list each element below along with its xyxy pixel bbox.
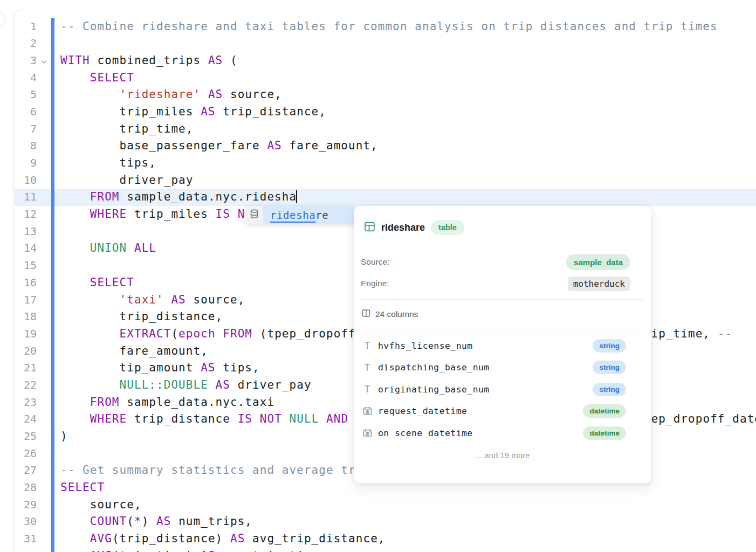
table-title: rideshare [381, 222, 425, 233]
code-line[interactable]: 1-- Combine rideshare and taxi tables fo… [13, 18, 756, 36]
text-icon: T [362, 384, 373, 395]
code-text: 'rideshare' AS source, [13, 86, 756, 104]
code-text: AVG(trip_time) AS avg_trip_time, [13, 548, 756, 552]
code-text: AVG(trip_distance) AS avg_trip_distance, [13, 530, 756, 548]
code-text: SELECT [13, 70, 756, 87]
source-label: Source: [361, 257, 389, 267]
code-text: source, [13, 496, 756, 514]
line-number: 20 [13, 343, 37, 360]
blue-change-bar [51, 18, 54, 552]
line-number: 14 [13, 240, 37, 257]
line-number: 15 [13, 257, 37, 274]
line-number: 32 [13, 548, 37, 552]
code-text: tips, [13, 155, 756, 172]
type-badge: string [593, 361, 626, 374]
autocomplete-icon-cell [245, 206, 263, 224]
database-icon [250, 209, 258, 221]
line-number: 19 [13, 326, 37, 343]
column-row: on_scene_datetimedatetime [362, 422, 626, 444]
table-icon [364, 221, 375, 234]
code-line[interactable]: 7 trip_time, [13, 121, 756, 138]
engine-value-badge: motherduck [568, 277, 630, 291]
code-line[interactable]: 5 'rideshare' AS source, [13, 86, 756, 104]
line-number: 4 [13, 70, 37, 87]
line-number: 25 [13, 428, 37, 445]
line-number: 31 [13, 530, 37, 548]
autocomplete-popup: rideshare [245, 206, 356, 224]
code-line[interactable]: 11 FROM sample_data.nyc.ridesha [13, 189, 756, 206]
autocomplete-match-text: ridesha [270, 209, 315, 221]
line-number: 12 [13, 206, 37, 223]
engine-row: Engine: motherduck [354, 275, 651, 292]
fold-chevron-icon[interactable] [40, 53, 50, 70]
engine-label: Engine: [361, 279, 389, 288]
code-line[interactable]: 6 trip_miles AS trip_distance, [13, 104, 756, 121]
autocomplete-rest-text: re [315, 209, 328, 221]
code-line[interactable]: 3WITH combined_trips AS ( [13, 52, 756, 70]
text-icon: T [362, 340, 373, 351]
card-header: rideshare table [354, 206, 651, 246]
line-number: 6 [13, 104, 37, 121]
calendar-clock-icon [362, 429, 373, 438]
line-number: 23 [13, 394, 37, 411]
type-badge: datetime [583, 404, 626, 418]
autocomplete-item[interactable]: rideshare [263, 206, 356, 224]
column-name: hvfhs_license_num [378, 341, 593, 351]
code-text: base_passenger_fare AS fare_amount, [13, 137, 756, 155]
code-text: -- Combine rideshare and taxi tables for… [13, 18, 756, 36]
type-badge: datetime [583, 426, 626, 440]
column-row: request_datetimedatetime [362, 401, 626, 423]
column-name: originating_base_num [378, 384, 593, 395]
code-text: FROM sample_data.nyc.ridesha [13, 189, 756, 206]
calendar-clock-icon [362, 406, 373, 416]
code-line[interactable]: 4 SELECT [13, 70, 756, 87]
line-number: 22 [13, 377, 37, 394]
code-line[interactable]: 9 tips, [13, 155, 756, 172]
panel-corner-circle [0, 11, 5, 27]
code-text: trip_time, [13, 121, 756, 138]
type-badge: string [593, 339, 626, 353]
line-number: 16 [13, 274, 37, 292]
line-number: 7 [13, 121, 37, 138]
column-row: Toriginating_base_numstring [362, 378, 626, 401]
code-line[interactable]: 29 source, [13, 496, 756, 514]
line-number: 17 [13, 292, 37, 309]
code-line[interactable]: 8 base_passenger_fare AS fare_amount, [13, 137, 756, 155]
line-number: 24 [13, 411, 37, 428]
table-type-badge: table [431, 220, 464, 235]
line-number: 5 [13, 86, 37, 104]
more-columns-text: ... and 19 more [354, 446, 651, 460]
column-name: on_scene_datetime [378, 428, 583, 438]
column-name: dispatching_base_num [378, 362, 593, 372]
card-meta: Source: sample_data Engine: motherduck [354, 246, 651, 299]
source-row: Source: sample_data [354, 254, 651, 270]
columns-count: 24 columns [375, 309, 418, 319]
code-line[interactable]: 10 driver_pay [13, 172, 756, 189]
line-number: 28 [13, 479, 37, 496]
text-icon: T [362, 362, 373, 373]
line-number: 11 [13, 189, 37, 206]
line-number: 9 [13, 155, 37, 172]
line-number: 27 [13, 462, 37, 479]
line-number: 29 [13, 496, 37, 514]
column-row: Tdispatching_base_numstring [362, 357, 626, 379]
line-number: 3 [13, 52, 37, 70]
columns-count-row: 24 columns [354, 300, 651, 329]
code-line[interactable]: 31 AVG(trip_distance) AS avg_trip_distan… [13, 530, 756, 548]
code-text: driver_pay [13, 172, 756, 189]
line-number: 10 [13, 172, 37, 189]
column-name: request_datetime [378, 406, 583, 416]
code-line[interactable]: 2 [13, 35, 756, 52]
line-number: 18 [13, 308, 37, 326]
code-text: trip_miles AS trip_distance, [13, 104, 756, 121]
code-line[interactable]: 32 AVG(trip_time) AS avg_trip_time, [13, 548, 756, 552]
line-number: 21 [13, 360, 37, 377]
code-line[interactable]: 30 COUNT(*) AS num_trips, [13, 513, 756, 530]
column-row: Thvfhs_license_numstring [362, 335, 626, 357]
line-number: 26 [13, 445, 37, 463]
column-list: Thvfhs_license_numstringTdispatching_bas… [354, 329, 651, 446]
line-number: 13 [13, 223, 37, 240]
text-cursor [296, 190, 297, 203]
line-number: 2 [13, 35, 37, 52]
line-number: 30 [13, 513, 37, 530]
